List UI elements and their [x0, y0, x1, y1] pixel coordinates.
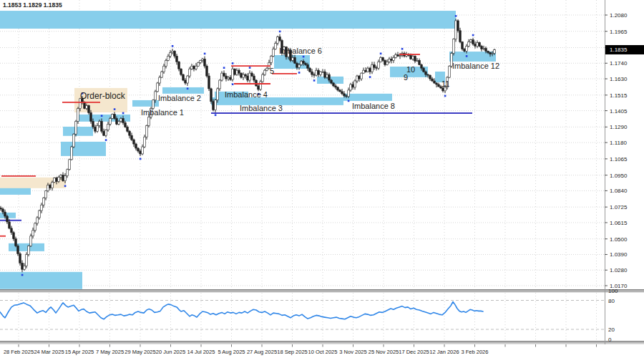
- candle-body: [479, 43, 481, 47]
- candle-body: [60, 175, 62, 178]
- zone-label[interactable]: Imbalance 6: [279, 47, 322, 55]
- candle-body: [266, 68, 268, 70]
- imbalance-zone[interactable]: [0, 272, 82, 289]
- time-tick-label: 25 Nov 2025: [369, 349, 399, 355]
- candle-body: [13, 233, 15, 239]
- candle-body: [109, 118, 112, 124]
- imbalance-zone[interactable]: [9, 243, 44, 251]
- candle-body: [11, 228, 13, 233]
- oscillator-line: [0, 302, 483, 319]
- time-axis[interactable]: 28 Feb 202524 Mar 202515 Apr 20257 May 2…: [0, 344, 644, 358]
- imbalance-zone[interactable]: [0, 11, 456, 29]
- price-tick-label: 1.1965: [610, 29, 628, 35]
- candle-body: [260, 82, 262, 90]
- candle-body: [326, 74, 328, 77]
- candle-body: [361, 73, 363, 79]
- candle-body: [466, 47, 468, 52]
- candle-body: [107, 124, 109, 130]
- zone-label[interactable]: Imbalance 2: [158, 94, 201, 102]
- candle-body: [436, 83, 438, 84]
- candle-body: [350, 84, 352, 90]
- candle-body: [238, 70, 240, 73]
- imbalance-zone[interactable]: [343, 94, 392, 101]
- fractal-up-icon: [204, 53, 206, 55]
- time-tick-label: 14 Jul 2025: [187, 349, 215, 355]
- zone-label[interactable]: 5: [270, 67, 274, 75]
- candle-body: [99, 121, 101, 125]
- candle-body: [389, 59, 391, 62]
- price-tick-label: 1.0950: [610, 173, 628, 179]
- candle-body: [311, 72, 313, 74]
- candle-body: [292, 57, 294, 60]
- osc-scale-label: 0: [608, 337, 612, 343]
- zone-label[interactable]: 9: [404, 73, 408, 82]
- time-tick-label: 5 Aug 2025: [218, 349, 245, 355]
- candle-body: [369, 68, 371, 72]
- candle-body: [320, 72, 322, 74]
- candle-body: [298, 64, 301, 67]
- candle-body: [45, 190, 47, 198]
- candle-body: [213, 102, 215, 110]
- candle-body: [258, 86, 260, 90]
- price-tick-label: 1.1180: [610, 140, 627, 146]
- candle-body: [0, 208, 1, 209]
- chart-canvas[interactable]: Order-blockImbalance 1Imbalance 2Imbalan…: [0, 0, 644, 358]
- candle-body: [137, 148, 140, 151]
- imbalance-zone[interactable]: [162, 87, 204, 94]
- candle-body: [103, 131, 105, 135]
- imbalance-zone[interactable]: [61, 142, 106, 156]
- candle-body: [341, 92, 343, 94]
- fractal-down-icon: [215, 114, 217, 116]
- candle-body: [191, 66, 193, 69]
- candle-body: [303, 61, 305, 63]
- candle-body: [313, 74, 316, 75]
- zone-label[interactable]: Imbalance 3: [240, 104, 283, 112]
- candle-body: [159, 77, 161, 83]
- candle-body: [43, 198, 45, 205]
- fractal-down-icon: [466, 55, 468, 57]
- candle-body: [348, 90, 350, 97]
- osc-scale-label: 100: [608, 288, 618, 294]
- candle-body: [273, 49, 275, 56]
- imbalance-zone[interactable]: [132, 100, 159, 107]
- imbalance-zone[interactable]: [63, 127, 93, 136]
- zone-label[interactable]: Order-block: [80, 91, 126, 101]
- zone-label[interactable]: 10: [406, 65, 415, 74]
- zone-label[interactable]: Imbalance 1: [141, 108, 184, 117]
- candle-body: [116, 118, 118, 124]
- candle-body: [84, 102, 86, 109]
- candle-body: [429, 75, 431, 79]
- candle-body: [367, 68, 369, 72]
- candle-body: [255, 80, 258, 86]
- candle-body: [208, 76, 210, 89]
- fractal-down-icon: [232, 83, 234, 85]
- candle-body: [172, 51, 174, 52]
- candle-body: [144, 137, 146, 147]
- candle-body: [52, 183, 54, 188]
- candle-body: [71, 147, 73, 160]
- candle-body: [449, 66, 451, 77]
- zone-label[interactable]: Imbalance 4: [225, 90, 268, 99]
- candle-body: [56, 178, 58, 182]
- price-tick-label: 1.1405: [610, 108, 628, 115]
- zone-label[interactable]: 11: [441, 79, 449, 88]
- imbalance-zone[interactable]: [0, 188, 31, 195]
- candle-body: [88, 106, 90, 113]
- candle-body: [105, 130, 107, 135]
- imbalance-zone[interactable]: [449, 52, 496, 62]
- candle-body: [62, 175, 64, 181]
- candle-body: [318, 70, 320, 74]
- candle-body: [365, 70, 367, 72]
- fractal-down-icon: [298, 72, 301, 74]
- candle-body: [189, 69, 191, 76]
- candle-body: [165, 60, 167, 66]
- time-tick-label: 12 Jan 2026: [429, 349, 459, 355]
- zone-label[interactable]: Imbalance 8: [352, 102, 395, 110]
- candle-body: [180, 69, 182, 74]
- time-tick-label: 29 May 2025: [125, 349, 155, 355]
- fractal-down-icon: [313, 79, 316, 82]
- candle-body: [431, 79, 434, 81]
- candle-body: [163, 66, 165, 72]
- candle-body: [412, 56, 414, 59]
- zone-label[interactable]: Imbalance 12: [452, 62, 499, 70]
